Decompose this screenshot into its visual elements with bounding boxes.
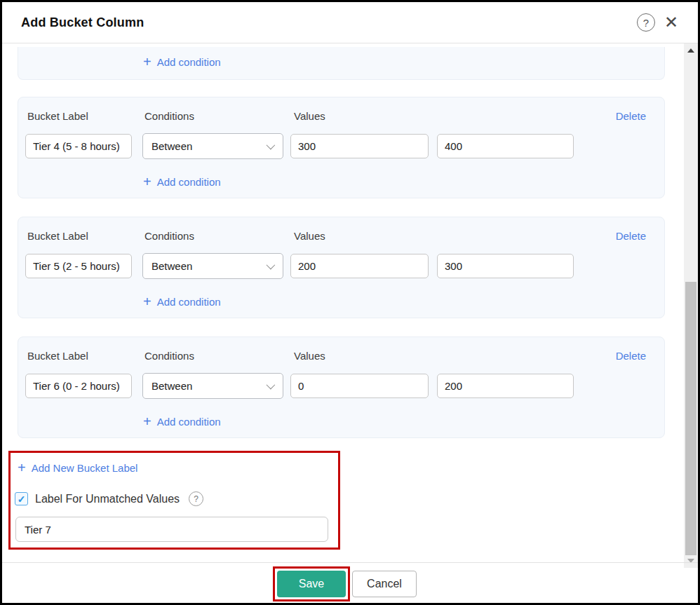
plus-icon: + <box>143 55 152 69</box>
save-button[interactable]: Save <box>277 571 346 597</box>
add-condition-label: Add condition <box>157 296 221 308</box>
add-condition-link[interactable]: + Add condition <box>143 414 221 428</box>
values-header: Values <box>294 110 325 122</box>
bucket-card-partial: + Add condition <box>18 47 665 80</box>
bucket-label-input[interactable] <box>25 134 132 158</box>
checkmark-icon: ✓ <box>18 494 26 504</box>
value-from-input[interactable] <box>290 134 429 158</box>
add-condition-label: Add condition <box>157 56 221 68</box>
scroll-down-arrow[interactable] <box>684 555 698 566</box>
delete-bucket-link[interactable]: Delete <box>616 230 646 242</box>
header-icons: ? ✕ <box>637 13 678 32</box>
bucket-label-header: Bucket Label <box>27 110 88 122</box>
add-condition-link[interactable]: + Add condition <box>143 175 221 189</box>
delete-bucket-link[interactable]: Delete <box>616 110 646 122</box>
unmatched-values-row: ✓ Label For Unmatched Values ? <box>15 491 203 506</box>
add-bucket-column-dialog: Add Bucket Column ? ✕ + Add condition Bu… <box>0 0 700 605</box>
bucket-label-input[interactable] <box>25 254 132 278</box>
triangle-up-icon <box>687 48 694 53</box>
bucket-card-tier5: Bucket Label Conditions Values Delete Be… <box>18 217 665 318</box>
add-condition-link[interactable]: + Add condition <box>143 294 221 308</box>
bucket-label-header: Bucket Label <box>27 350 88 362</box>
add-new-bucket-label-link[interactable]: + Add New Bucket Label <box>18 461 137 475</box>
annotation-highlight-box: + Add New Bucket Label ✓ Label For Unmat… <box>8 451 340 550</box>
condition-select[interactable]: Between <box>142 253 283 279</box>
help-icon[interactable]: ? <box>189 491 203 506</box>
close-icon[interactable]: ✕ <box>664 14 678 31</box>
dialog-title: Add Bucket Column <box>21 15 637 30</box>
scroll-up-arrow[interactable] <box>684 45 698 56</box>
plus-icon: + <box>143 175 152 189</box>
add-condition-label: Add condition <box>157 176 221 188</box>
plus-icon: + <box>143 294 152 308</box>
conditions-header: Conditions <box>144 350 194 362</box>
footer-divider <box>2 562 698 563</box>
unmatched-values-label: Label For Unmatched Values <box>35 493 180 505</box>
add-new-bucket-label-text: Add New Bucket Label <box>32 462 138 474</box>
conditions-header: Conditions <box>144 110 194 122</box>
help-icon[interactable]: ? <box>637 13 655 32</box>
conditions-header: Conditions <box>144 230 194 242</box>
chevron-down-icon <box>267 381 276 390</box>
chevron-down-icon <box>267 141 276 150</box>
value-to-input[interactable] <box>437 254 574 278</box>
chevron-down-icon <box>267 261 276 270</box>
delete-bucket-link[interactable]: Delete <box>616 350 646 362</box>
bucket-card-tier4: Bucket Label Conditions Values Delete Be… <box>18 97 665 198</box>
value-to-input[interactable] <box>437 374 574 398</box>
value-from-input[interactable] <box>290 254 429 278</box>
values-header: Values <box>294 350 325 362</box>
condition-select[interactable]: Between <box>142 133 283 159</box>
values-header: Values <box>294 230 325 242</box>
bucket-card-tier6: Bucket Label Conditions Values Delete Be… <box>18 337 665 438</box>
condition-selected-value: Between <box>152 380 267 392</box>
add-condition-link[interactable]: + Add condition <box>143 55 221 69</box>
scrollbar[interactable] <box>684 43 698 568</box>
plus-icon: + <box>143 414 152 428</box>
condition-selected-value: Between <box>152 140 267 152</box>
unmatched-label-input[interactable] <box>15 517 328 542</box>
value-from-input[interactable] <box>290 374 429 398</box>
add-condition-label: Add condition <box>157 416 221 428</box>
dialog-header: Add Bucket Column ? ✕ <box>2 2 698 43</box>
scrollbar-thumb[interactable] <box>685 282 696 555</box>
annotation-highlight-save: Save <box>273 566 350 601</box>
value-to-input[interactable] <box>437 134 574 158</box>
cancel-button[interactable]: Cancel <box>352 571 417 597</box>
plus-icon: + <box>18 461 26 475</box>
unmatched-values-checkbox[interactable]: ✓ <box>15 492 28 505</box>
condition-selected-value: Between <box>152 260 267 272</box>
bucket-label-header: Bucket Label <box>27 230 88 242</box>
condition-select[interactable]: Between <box>142 373 283 399</box>
bucket-label-input[interactable] <box>25 374 132 398</box>
